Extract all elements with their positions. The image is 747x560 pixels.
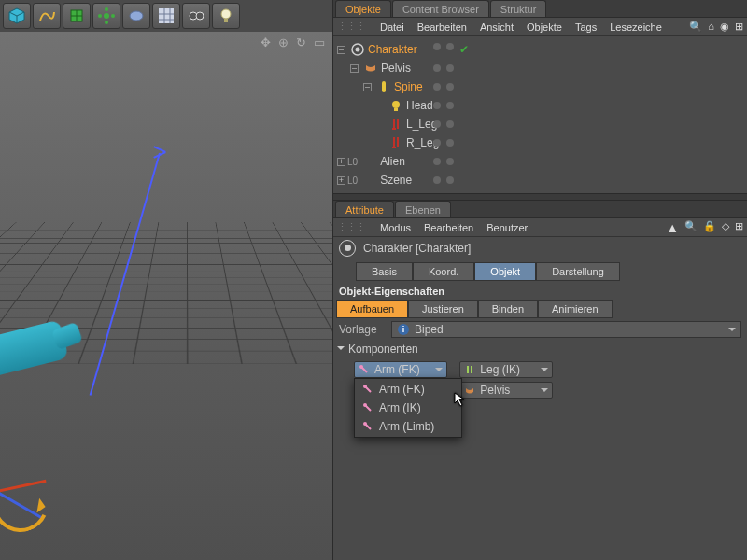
tool-floor-icon[interactable] bbox=[152, 3, 180, 29]
subtab-objekt[interactable]: Objekt bbox=[474, 262, 536, 281]
mode-adjust[interactable]: Justieren bbox=[408, 300, 478, 318]
visibility-dots[interactable] bbox=[433, 120, 454, 128]
menu-edit2[interactable]: Bearbeiten bbox=[424, 222, 473, 233]
tree-row[interactable]: –Pelvis bbox=[335, 59, 747, 77]
node-icon bbox=[388, 117, 403, 132]
dropdown-item[interactable]: Arm (FK) bbox=[355, 380, 461, 399]
mode-build[interactable]: Aufbauen bbox=[336, 300, 408, 318]
attribute-object-header: Charakter [Charakter] bbox=[333, 237, 747, 259]
svg-point-7 bbox=[104, 13, 109, 19]
chip-arm-fk[interactable]: Arm (FK) bbox=[354, 361, 447, 378]
template-value: Biped bbox=[415, 323, 444, 336]
subtab-basis[interactable]: Basis bbox=[356, 262, 413, 281]
dropdown-item[interactable]: Arm (Limb) bbox=[355, 417, 461, 436]
tree-row[interactable]: +L0Alien bbox=[335, 152, 747, 171]
svg-rect-26 bbox=[394, 108, 398, 111]
visibility-dots[interactable] bbox=[433, 64, 454, 72]
expand-icon[interactable]: + bbox=[337, 158, 345, 166]
expand-icon[interactable]: ⊞ bbox=[735, 220, 743, 235]
new-icon[interactable]: ◇ bbox=[722, 220, 729, 235]
nav-up-icon[interactable]: ▲ bbox=[666, 220, 679, 235]
tree-row[interactable]: –Charakter✔ bbox=[335, 40, 747, 59]
svg-point-12 bbox=[130, 11, 143, 21]
expand-icon[interactable]: ⊞ bbox=[735, 21, 743, 33]
right-panels: Objekte Content Browser Struktur ⋮⋮⋮ Dat… bbox=[332, 0, 747, 560]
arm-icon bbox=[362, 402, 374, 413]
svg-rect-24 bbox=[382, 81, 386, 92]
menu-tags[interactable]: Tags bbox=[575, 21, 597, 33]
menu-user[interactable]: Benutzer bbox=[486, 222, 528, 233]
tree-row[interactable]: L_Leg bbox=[335, 115, 747, 133]
menu-view[interactable]: Ansicht bbox=[480, 21, 514, 33]
tab-objects[interactable]: Objekte bbox=[335, 0, 391, 17]
node-name[interactable]: Alien bbox=[380, 155, 405, 168]
visibility-dots[interactable] bbox=[433, 139, 454, 147]
chip-label: Arm (FK) bbox=[374, 363, 420, 376]
subtab-darstellung[interactable]: Darstellung bbox=[536, 262, 620, 281]
biped-icon: i bbox=[398, 324, 409, 335]
tool-generator-icon[interactable] bbox=[63, 3, 91, 29]
tree-row[interactable]: +L0Szene bbox=[335, 171, 747, 189]
tool-deformer-icon[interactable] bbox=[92, 3, 120, 29]
eye-icon[interactable]: ◉ bbox=[720, 21, 729, 33]
expand-icon[interactable]: – bbox=[337, 46, 345, 54]
rotate-gizmo-icon[interactable] bbox=[0, 469, 56, 540]
visibility-dots[interactable] bbox=[433, 83, 454, 91]
tool-cube-icon[interactable] bbox=[3, 3, 31, 29]
node-name[interactable]: Charakter bbox=[368, 43, 417, 56]
expand-icon[interactable]: – bbox=[363, 83, 372, 91]
components-toggle[interactable]: Komponenten bbox=[333, 341, 747, 357]
visibility-dots[interactable] bbox=[433, 176, 454, 184]
dropdown-item[interactable]: Arm (IK) bbox=[355, 399, 461, 417]
menu-mode[interactable]: Modus bbox=[380, 222, 411, 233]
node-name[interactable]: Pelvis bbox=[381, 62, 411, 75]
node-icon bbox=[376, 79, 391, 94]
svg-line-36 bbox=[365, 386, 371, 392]
panel-separator[interactable] bbox=[333, 193, 747, 201]
grip-icon[interactable]: ⋮⋮⋮ bbox=[337, 21, 365, 33]
svg-line-38 bbox=[365, 405, 371, 411]
tab-content-browser[interactable]: Content Browser bbox=[392, 0, 489, 17]
node-icon bbox=[362, 173, 377, 188]
menu-edit[interactable]: Bearbeiten bbox=[417, 21, 467, 33]
tool-light-icon[interactable] bbox=[212, 3, 240, 29]
tree-row[interactable]: R_Leg bbox=[335, 133, 747, 152]
node-name[interactable]: Szene bbox=[380, 174, 412, 187]
grip-icon[interactable]: ⋮⋮⋮ bbox=[337, 221, 365, 233]
pelvis-icon bbox=[464, 385, 475, 396]
tool-spline-icon[interactable] bbox=[33, 3, 61, 29]
lock-icon[interactable]: 🔒 bbox=[703, 220, 716, 235]
search-icon[interactable]: 🔍 bbox=[689, 21, 702, 33]
expand-icon[interactable]: + bbox=[337, 176, 345, 185]
tool-camera-icon[interactable] bbox=[182, 3, 210, 29]
tree-row[interactable]: –Spine bbox=[335, 77, 747, 96]
tab-structure[interactable]: Struktur bbox=[490, 0, 547, 17]
visibility-dots[interactable] bbox=[433, 158, 454, 165]
viewport-3d[interactable]: ✥⊕↻▭ bbox=[0, 32, 332, 560]
tool-environment-icon[interactable] bbox=[122, 3, 150, 29]
node-name[interactable]: Head bbox=[406, 99, 433, 112]
template-select[interactable]: i Biped bbox=[391, 321, 741, 338]
chip-leg-ik[interactable]: Leg (IK) bbox=[459, 361, 553, 378]
node-icon bbox=[350, 42, 365, 57]
node-name[interactable]: Spine bbox=[394, 80, 423, 93]
mode-bind[interactable]: Binden bbox=[478, 300, 538, 318]
viewport-nav-icons[interactable]: ✥⊕↻▭ bbox=[261, 35, 325, 49]
node-icon bbox=[388, 135, 403, 150]
menu-bookmarks[interactable]: Lesezeiche bbox=[610, 21, 662, 33]
visibility-dots[interactable] bbox=[433, 102, 454, 109]
home-icon[interactable]: ⌂ bbox=[708, 21, 714, 33]
menu-objects[interactable]: Objekte bbox=[527, 21, 562, 33]
search-icon[interactable]: 🔍 bbox=[684, 220, 698, 235]
object-tree: –Charakter✔–Pelvis–SpineHeadL_LegR_Leg+L… bbox=[333, 36, 747, 193]
svg-point-10 bbox=[105, 21, 108, 24]
tree-row[interactable]: Head bbox=[335, 96, 747, 115]
visibility-dots[interactable]: ✔ bbox=[433, 43, 469, 56]
subtab-koord[interactable]: Koord. bbox=[413, 262, 474, 281]
expand-icon[interactable]: – bbox=[350, 64, 359, 73]
tab-attribute[interactable]: Attribute bbox=[335, 201, 394, 217]
mode-animate[interactable]: Animieren bbox=[538, 300, 613, 318]
chip-pelvis[interactable]: Pelvis bbox=[459, 382, 553, 399]
tab-layers[interactable]: Ebenen bbox=[395, 201, 451, 217]
menu-file[interactable]: Datei bbox=[380, 21, 404, 33]
